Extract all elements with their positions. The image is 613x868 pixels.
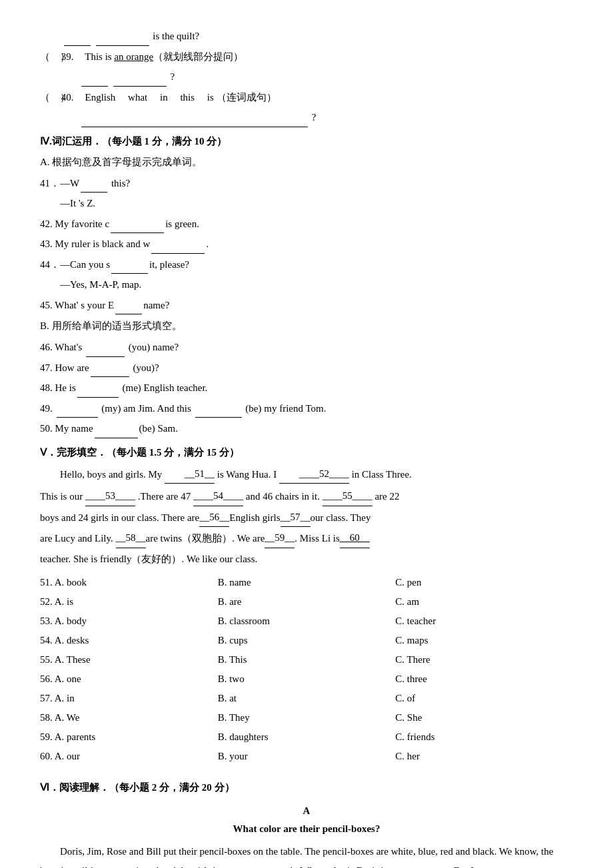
q40-bracket: （ ）: [40, 88, 59, 107]
choice-58-b: B. They: [218, 709, 396, 727]
choice-57-b: B. at: [218, 689, 396, 707]
choice-55-b: B. This: [218, 651, 396, 669]
choice-row-55: 55. A. These B. This C. There: [40, 651, 573, 669]
q39-line: （ ） 39. This is an orange（就划线部分提问）: [40, 47, 573, 67]
section4-title: Ⅳ.词汇运用．（每小题 1 分，满分 10 分）: [40, 133, 573, 151]
choice-54-c: C. maps: [395, 632, 573, 650]
blank-47: [91, 376, 129, 377]
choice-58-a: 58. A. We: [40, 709, 218, 727]
blank-41: [81, 192, 107, 193]
q39-question: ?: [171, 71, 175, 82]
choice-60-a: 60. A. our: [40, 747, 218, 765]
q47-text: 47. How are (you)?: [40, 362, 159, 373]
blank-46: [86, 356, 125, 357]
blank-56: __56__: [199, 508, 229, 528]
choice-57-c: C. of: [395, 689, 573, 707]
choice-52-c: C. am: [395, 593, 573, 611]
q46-line: 46. What's (you) name?: [40, 338, 573, 357]
passage-line1: Hello, boys and girls. My __51__ is Wang…: [40, 464, 573, 484]
choice-51-b: B. name: [218, 574, 396, 592]
choice-row-57: 57. A. in B. at C. of: [40, 689, 573, 707]
reading-a-label: A: [40, 802, 573, 820]
blank-51: __51__: [165, 464, 215, 484]
q50-line: 50. My name(be) Sam.: [40, 419, 573, 438]
choice-55-a: 55. A. These: [40, 651, 218, 669]
choice-53-c: C. teacher: [395, 612, 573, 630]
blank-42: [111, 232, 164, 233]
blank-53: ____53____: [85, 486, 135, 506]
passage-line3: boys and 24 girls in our class. There ar…: [40, 508, 573, 528]
section4-b-title: B. 用所给单词的适当形式填空。: [40, 317, 573, 335]
q38-line: is the quilt?: [40, 27, 573, 46]
choice-54-a: 54. A. desks: [40, 632, 218, 650]
q49-text: 49. (my) am Jim. And this (be) my friend…: [40, 403, 326, 414]
blank-49a: [57, 417, 98, 418]
choice-59-a: 59. A. parents: [40, 728, 218, 746]
choice-59-b: B. daughters: [218, 728, 396, 746]
q41b-line: —It 's Z.: [60, 194, 573, 213]
choice-row-58: 58. A. We B. They C. She: [40, 709, 573, 727]
section5-title: Ⅴ．完形填空．（每小题 1.5 分，满分 15 分）: [40, 444, 573, 462]
choice-58-c: C. She: [395, 709, 573, 727]
section4-a-title: A. 根据句意及首字母提示完成单词。: [40, 153, 573, 171]
q45-line: 45. What' s your Ename?: [40, 296, 573, 315]
choice-row-51: 51. A. book B. name C. pen: [40, 574, 573, 592]
section6-title: Ⅵ．阅读理解．（每小题 2 分，满分 20 分）: [40, 779, 573, 797]
passage-line2: This is our ____53____ .There are 47 ___…: [40, 486, 573, 506]
q46-text: 46. What's (you) name?: [40, 342, 179, 352]
blank-43: [151, 253, 205, 254]
choice-60-c: C. her: [395, 747, 573, 765]
choice-51-c: C. pen: [395, 574, 573, 592]
choice-60-b: B. your: [218, 747, 396, 765]
blank-54: ____54____: [193, 486, 243, 506]
passage-line5: teacher. She is friendly（友好的）. We like o…: [40, 550, 573, 569]
choice-56-c: C. three: [395, 670, 573, 688]
blank-40: [81, 127, 308, 127]
q44b-line: —Yes, M-A-P, map.: [60, 275, 573, 294]
q49-line: 49. (my) am Jim. And this (be) my friend…: [40, 399, 573, 418]
blank-38a: [64, 45, 91, 46]
reading-a-title: What color are their pencil-boxes?: [40, 820, 573, 838]
choice-row-60: 60. A. our B. your C. her: [40, 747, 573, 765]
q47-line: 47. How are (you)?: [40, 358, 573, 378]
q39-blank-line: ?: [80, 67, 573, 87]
choice-59-c: C. friends: [395, 728, 573, 746]
choice-52-b: B. are: [218, 593, 396, 611]
choice-53-b: B. classroom: [218, 612, 396, 630]
page-content: is the quilt? （ ） 39. This is an orange（…: [40, 27, 573, 868]
blank-59: __59__: [265, 528, 295, 548]
q48-text: 48. He is (me) English teacher.: [40, 382, 207, 393]
q39-num: 39.: [61, 47, 83, 67]
blank-52: ____52____: [279, 464, 349, 484]
q40-num: 40.: [61, 88, 83, 107]
q40-line: （ ） 40. English what in this is （连词成句）: [40, 88, 573, 107]
choice-row-52: 52. A. is B. are C. am: [40, 593, 573, 611]
choice-57-a: 57. A. in: [40, 689, 218, 707]
q45-text: 45. What' s your Ename?: [40, 300, 169, 310]
blank-39a: [81, 86, 108, 87]
q42-text: 42. My favorite cis green.: [40, 218, 199, 229]
blank-57: __57__: [281, 508, 310, 528]
q39-text: This is an orange（就划线部分提问）: [85, 51, 243, 62]
choice-56-a: 56. A. one: [40, 670, 218, 688]
choice-row-59: 59. A. parents B. daughters C. friends: [40, 728, 573, 746]
q44a-line: 44．—Can you sit, please?: [40, 255, 573, 274]
choice-56-b: B. two: [218, 670, 396, 688]
q40-text: English what in this is （连词成句）: [85, 92, 277, 103]
q38-text: is the quilt?: [153, 31, 199, 41]
q48-line: 48. He is (me) English teacher.: [40, 378, 573, 398]
blank-39b: [113, 86, 167, 87]
blank-38b: [96, 45, 149, 46]
choice-row-54: 54. A. desks B. cups C. maps: [40, 632, 573, 650]
choice-row-53: 53. A. body B. classroom C. teacher: [40, 612, 573, 630]
blank-55: ____55____: [322, 486, 372, 506]
q41-line: 41．—W this?: [40, 174, 573, 193]
reading-a-para1: Doris, Jim, Rose and Bill put their penc…: [40, 842, 573, 868]
q50-text: 50. My name(be) Sam.: [40, 423, 178, 434]
choice-53-a: 53. A. body: [40, 612, 218, 630]
choice-55-c: C. There: [395, 651, 573, 669]
blank-44: [111, 273, 148, 274]
choice-51-num: 51. A. book: [40, 574, 218, 592]
choice-row-56: 56. A. one B. two C. three: [40, 670, 573, 688]
q41b-text: —It 's Z.: [60, 198, 95, 209]
